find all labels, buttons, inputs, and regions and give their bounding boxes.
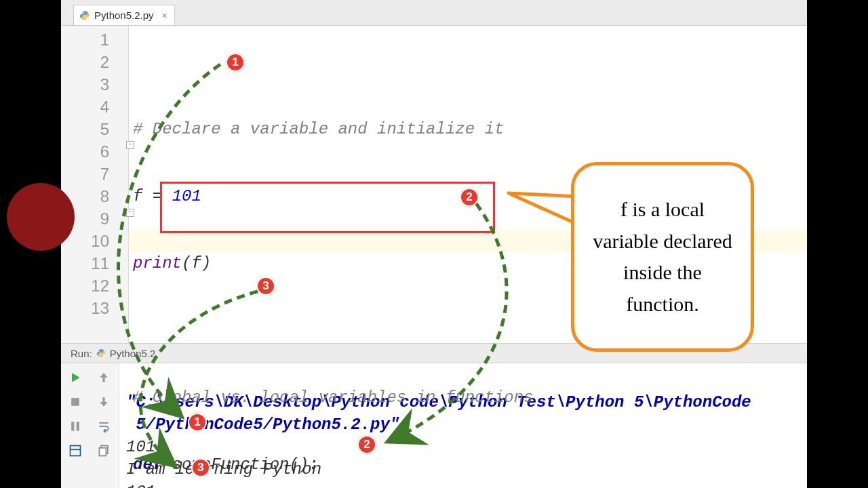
run-label: Run: bbox=[71, 348, 92, 359]
wrap-button[interactable] bbox=[94, 416, 114, 436]
annotation-badge-2: 2 bbox=[460, 188, 479, 207]
close-tab-icon[interactable]: × bbox=[162, 10, 167, 21]
run-button[interactable] bbox=[65, 367, 85, 388]
code-comment: # Global vs. local variables in function… bbox=[133, 388, 534, 407]
console-toolbar bbox=[61, 363, 119, 488]
ide-window: Python5.2.py × 123 456 789 101112 13 − −… bbox=[61, 0, 807, 488]
annotation-badge-1: 1 bbox=[188, 413, 207, 432]
code-comment: # Declare a variable and initialize it bbox=[133, 120, 504, 138]
tab-filename: Python5.2.py bbox=[94, 9, 154, 21]
arrow-down-icon[interactable] bbox=[94, 392, 114, 412]
svg-rect-3 bbox=[71, 422, 74, 430]
tab-bar: Python5.2.py × bbox=[61, 0, 807, 26]
annotation-badge-1: 1 bbox=[226, 53, 245, 72]
annotation-badge-3: 3 bbox=[191, 458, 210, 477]
annotation-badge-2: 2 bbox=[357, 435, 376, 454]
annotation-callout: f is a local variable declared inside th… bbox=[571, 162, 754, 352]
line-gutter: 123 456 789 101112 13 bbox=[61, 26, 129, 343]
decorative-blob bbox=[7, 183, 75, 251]
stop-button[interactable] bbox=[65, 392, 85, 412]
python-run-icon bbox=[96, 348, 106, 358]
file-tab[interactable]: Python5.2.py × bbox=[73, 5, 175, 25]
annotation-badge-3: 3 bbox=[256, 277, 275, 296]
python-file-icon bbox=[79, 10, 90, 21]
arrow-up-icon[interactable] bbox=[94, 367, 114, 388]
svg-point-0 bbox=[83, 12, 84, 13]
console-path: 5/PythonCode5/Python5.2.py" bbox=[126, 415, 399, 434]
console-line: 101 bbox=[126, 483, 155, 488]
copy-button[interactable] bbox=[94, 441, 114, 461]
pause-button[interactable] bbox=[65, 416, 85, 436]
callout-text: f is a local variable declared inside th… bbox=[587, 194, 738, 320]
console-line: 101 bbox=[126, 438, 155, 456]
svg-point-1 bbox=[86, 18, 87, 19]
svg-rect-8 bbox=[99, 448, 106, 456]
svg-rect-2 bbox=[71, 398, 79, 406]
svg-rect-4 bbox=[77, 422, 79, 430]
layout-button[interactable] bbox=[65, 441, 85, 461]
svg-rect-5 bbox=[71, 446, 81, 456]
